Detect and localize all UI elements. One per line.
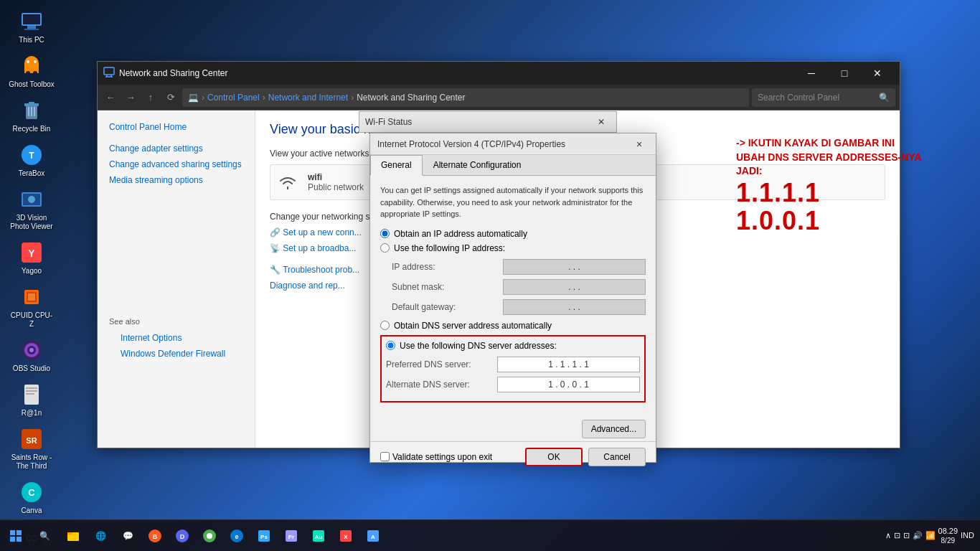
desktop-icon-this-pc[interactable]: This PC (6, 6, 57, 47)
sidebar-control-panel-home[interactable]: Control Panel Home (98, 119, 255, 135)
sidebar-internet-options[interactable]: Internet Options (109, 330, 237, 346)
svg-rect-44 (10, 530, 15, 535)
svg-rect-12 (29, 102, 34, 104)
system-tray-arrow[interactable]: ∧ (885, 531, 891, 540)
up-button[interactable]: ↑ (142, 89, 159, 106)
svg-text:Pr: Pr (288, 534, 294, 540)
svg-text:T: T (29, 151, 34, 161)
cancel-button[interactable]: Cancel (588, 448, 646, 466)
search-control-panel[interactable]: Search Control Panel 🔍 (752, 88, 895, 107)
dns-manual-label: Use the following DNS server addresses: (400, 341, 557, 351)
dialog-footer: Validate settings upon exit OK Cancel (370, 441, 656, 472)
alternate-dns-input[interactable] (497, 377, 640, 392)
language-indicator[interactable]: IND (961, 531, 974, 540)
taskbar-discord[interactable]: D (169, 523, 195, 549)
sidebar-change-adapter[interactable]: Change adapter settings (98, 141, 255, 156)
dns-manual-radio-input[interactable] (386, 341, 395, 350)
subnet-mask-field: Subnet mask: (392, 279, 646, 295)
taskbar-chat[interactable]: 💬 (115, 523, 141, 549)
tab-general[interactable]: General (370, 155, 423, 176)
breadcrumb-control-panel[interactable]: Control Panel (207, 93, 260, 103)
dns-manual-radio[interactable]: Use the following DNS server addresses: (386, 341, 640, 351)
desktop-icon-saints-row[interactable]: SR Saints Row - The Third (6, 423, 57, 474)
troubleshoot-icon: 🔧 (270, 265, 281, 275)
sidebar: Control Panel Home Change adapter settin… (98, 110, 255, 448)
taskbar-edge[interactable]: e (224, 523, 250, 549)
preferred-dns-input[interactable] (497, 357, 640, 372)
yagoo-label: Yagoo (22, 267, 42, 276)
ghost-toolbox-label: Ghost Toolbox (9, 80, 55, 89)
taskbar-audition[interactable]: Au (306, 523, 331, 549)
refresh-button[interactable]: ⟳ (162, 89, 179, 106)
svg-point-20 (28, 196, 35, 203)
svg-text:A: A (371, 534, 375, 540)
auto-ip-radio-input[interactable] (380, 229, 390, 238)
wifi-close-btn[interactable]: ✕ (592, 113, 611, 131)
dialog-tabs: General Alternate Configuration (370, 155, 656, 176)
system-tray-icon1[interactable]: ⊡ (894, 531, 900, 540)
sidebar-change-advanced[interactable]: Change advanced sharing settings (98, 156, 255, 172)
dns-auto-radio[interactable]: Obtain DNS server address automatically (380, 321, 646, 331)
default-gateway-field: Default gateway: (392, 299, 646, 315)
taskbar-chrome[interactable] (197, 523, 222, 549)
default-gateway-input[interactable] (503, 299, 646, 315)
ip-address-input[interactable] (503, 259, 646, 275)
taskbar-globe[interactable]: 🌐 (88, 523, 113, 549)
svg-point-9 (34, 60, 37, 63)
ip-address-label: IP address: (392, 262, 503, 272)
ok-button[interactable]: OK (525, 448, 583, 466)
taskbar-photoshop[interactable]: Ps (251, 523, 277, 549)
r1n-icon (19, 382, 44, 408)
desktop-icon-3dvision[interactable]: 3D Vision Photo Viewer (6, 184, 57, 234)
breadcrumb-network-internet[interactable]: Network and Internet (268, 93, 348, 103)
dns-auto-radio-input[interactable] (380, 321, 390, 330)
system-tray-icon2[interactable]: ⊡ (903, 531, 910, 540)
window-title: Network and Sharing Center (119, 68, 227, 78)
default-gateway-label: Default gateway: (392, 302, 503, 312)
taskbar-app2[interactable]: A (360, 523, 386, 549)
manual-ip-radio[interactable]: Use the following IP address: (380, 243, 646, 253)
subnet-mask-input[interactable] (503, 279, 646, 295)
desktop-icon-canva[interactable]: C Canva (6, 476, 57, 518)
desktop-icon-ghost-toolbox[interactable]: Ghost Toolbox (6, 50, 57, 92)
desktop-icon-terabox[interactable]: T TeraBox (6, 139, 57, 181)
validate-checkbox[interactable] (380, 452, 390, 461)
taskbar-file-explorer[interactable] (60, 523, 86, 549)
breadcrumb[interactable]: 💻 › Control Panel › Network and Internet… (182, 88, 749, 107)
minimize-button[interactable]: ─ (795, 62, 828, 85)
ghost-toolbox-icon (19, 53, 44, 79)
ip-address-field: IP address: (392, 259, 646, 275)
svg-text:e: e (235, 533, 238, 540)
taskbar-date: 8/29 (938, 536, 958, 545)
forward-button[interactable]: → (122, 89, 139, 106)
canva-icon: C (19, 479, 44, 505)
taskbar-clock[interactable]: 08.29 8/29 (938, 526, 958, 545)
tab-alternate-config[interactable]: Alternate Configuration (423, 155, 532, 175)
close-button[interactable]: ✕ (861, 62, 894, 85)
manual-ip-radio-input[interactable] (380, 243, 390, 253)
taskbar-search-button[interactable]: 🔍 (32, 523, 57, 549)
sidebar-windows-defender[interactable]: Windows Defender Firewall (109, 346, 237, 362)
desktop-icon-cpuid[interactable]: CPUID CPU-Z (6, 281, 57, 331)
this-pc-icon (19, 9, 44, 34)
desktop-icon-r1n[interactable]: R@1n (6, 379, 57, 420)
annotation-overlay: -> IKUTIN KAYAK DI GAMBAR INI UBAH DNS S… (736, 136, 944, 235)
3dvision-icon (19, 187, 44, 212)
maximize-button[interactable]: □ (828, 62, 861, 85)
svg-text:Ps: Ps (260, 534, 268, 540)
desktop-icon-recycle-bin[interactable]: Recycle Bin (6, 95, 57, 136)
advanced-button[interactable]: Advanced... (582, 420, 646, 438)
desktop-icon-obs[interactable]: OBS Studio (6, 334, 57, 376)
auto-ip-radio[interactable]: Obtain an IP address automatically (380, 229, 646, 239)
taskbar-brave[interactable]: B (142, 523, 168, 549)
start-button[interactable] (0, 520, 32, 552)
network-icon[interactable]: 📶 (925, 531, 936, 540)
dialog-title: Internet Protocol Version 4 (TCP/IPv4) P… (377, 139, 565, 149)
volume-icon[interactable]: 🔊 (913, 531, 923, 540)
dialog-close-btn[interactable]: × (630, 135, 649, 154)
back-button[interactable]: ← (102, 89, 119, 106)
taskbar-premiere[interactable]: Pr (278, 523, 304, 549)
desktop-icon-yagoo[interactable]: Y Yagoo (6, 237, 57, 278)
taskbar-app1[interactable]: X (333, 523, 359, 549)
sidebar-media-streaming[interactable]: Media streaming options (98, 172, 255, 188)
